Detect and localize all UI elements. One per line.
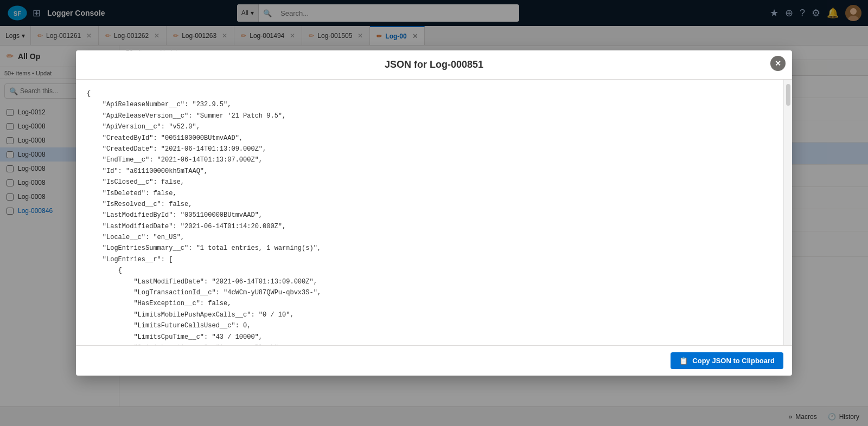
json-content[interactable]: { "ApiReleaseNumber__c": "232.9.5", "Api…: [76, 80, 783, 345]
scrollbar-thumb: [786, 84, 790, 106]
modal-title: JSON for Log-000851: [385, 59, 483, 70]
modal-body: { "ApiReleaseNumber__c": "232.9.5", "Api…: [76, 80, 792, 345]
copy-btn-label: Copy JSON to Clipboard: [692, 357, 775, 365]
modal-close-button[interactable]: ✕: [770, 56, 786, 71]
copy-icon: 📋: [679, 357, 688, 365]
copy-json-button[interactable]: 📋 Copy JSON to Clipboard: [671, 352, 783, 369]
json-modal: JSON for Log-000851 ✕ { "ApiReleaseNumbe…: [76, 50, 792, 376]
modal-scrollbar[interactable]: [783, 80, 792, 345]
modal-header: JSON for Log-000851 ✕: [76, 50, 792, 80]
modal-overlay: JSON for Log-000851 ✕ { "ApiReleaseNumbe…: [0, 0, 868, 426]
modal-footer: 📋 Copy JSON to Clipboard: [76, 345, 792, 376]
